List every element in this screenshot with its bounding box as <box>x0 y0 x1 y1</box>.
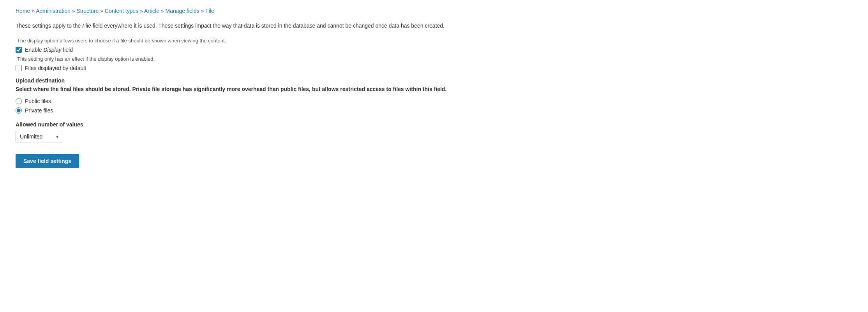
files-displayed-row: Files displayed by default <box>16 65 852 71</box>
files-help-text: This setting only has an effect if the d… <box>17 56 852 62</box>
private-files-label[interactable]: Private files <box>25 107 53 114</box>
breadcrumb: Home » Administration » Structure » Cont… <box>16 8 852 14</box>
allowed-values-section: Allowed number of values Unlimited 1 2 3 <box>16 121 852 142</box>
breadcrumb-administration[interactable]: Administration <box>36 8 71 14</box>
enable-display-row: Enable Display field <box>16 47 852 53</box>
private-files-row: Private files <box>16 107 852 114</box>
upload-destination-description: Select where the final files should be s… <box>16 85 852 93</box>
allowed-values-select-wrapper: Unlimited 1 2 3 <box>16 131 62 142</box>
enable-display-checkbox[interactable] <box>16 47 22 53</box>
allowed-values-select[interactable]: Unlimited 1 2 3 <box>16 131 62 142</box>
display-help-text: The display option allows users to choos… <box>17 38 852 44</box>
breadcrumb-home[interactable]: Home <box>16 8 30 14</box>
breadcrumb-content-types[interactable]: Content types <box>105 8 138 14</box>
display-option-section: The display option allows users to choos… <box>16 38 852 71</box>
upload-destination-section: Upload destination Select where the fina… <box>16 77 852 114</box>
intro-text: These settings apply to the File field e… <box>16 22 852 30</box>
public-files-row: Public files <box>16 98 852 104</box>
upload-destination-title: Upload destination <box>16 77 852 84</box>
allowed-values-label: Allowed number of values <box>16 121 852 128</box>
private-files-radio[interactable] <box>16 107 22 114</box>
breadcrumb-manage-fields[interactable]: Manage fields <box>166 8 199 14</box>
public-files-label[interactable]: Public files <box>25 98 51 104</box>
breadcrumb-file[interactable]: File <box>205 8 214 14</box>
public-files-radio[interactable] <box>16 98 22 104</box>
breadcrumb-article[interactable]: Article <box>144 8 159 14</box>
save-field-settings-button[interactable]: Save field settings <box>16 154 79 168</box>
breadcrumb-structure[interactable]: Structure <box>76 8 99 14</box>
enable-display-label[interactable]: Enable Display field <box>25 47 73 53</box>
files-displayed-checkbox[interactable] <box>16 65 22 71</box>
files-displayed-label[interactable]: Files displayed by default <box>25 65 86 71</box>
